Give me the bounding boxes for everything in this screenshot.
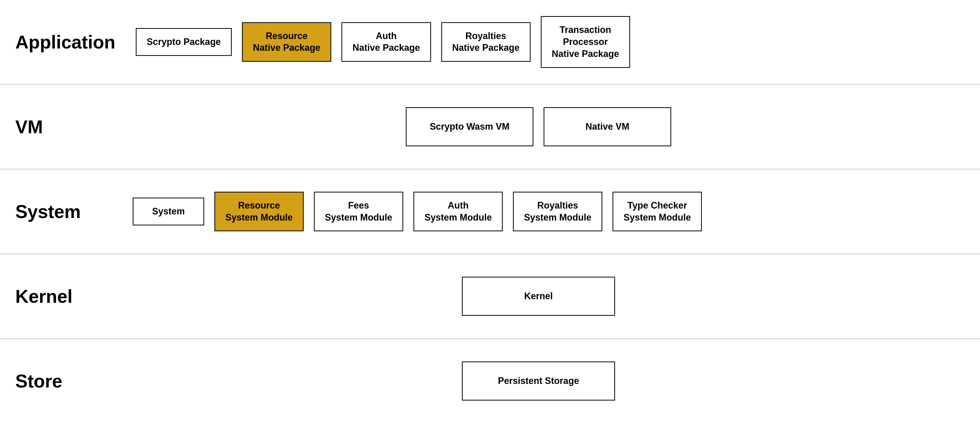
kernel-layer: Kernel Kernel [0,254,980,339]
system-layer: System System ResourceSystem Module Fees… [0,170,980,254]
auth-system-module-box: AuthSystem Module [414,192,503,232]
vm-content: Scrypto Wasm VM Native VM [112,107,965,146]
store-layer: Store Persistent Storage [0,339,980,423]
store-label: Store [15,371,112,391]
fees-system-module-box: FeesSystem Module [314,192,403,232]
persistent-storage-box: Persistent Storage [462,361,615,401]
transaction-processor-native-package-box: TransactionProcessorNative Package [541,16,630,68]
kernel-box: Kernel [462,277,615,316]
scrypto-package-box: Scrypto Package [136,28,232,56]
system-box: System [133,197,204,226]
application-layer: Application Scrypto Package ResourceNati… [0,0,980,85]
application-content: Scrypto Package ResourceNative Package A… [115,16,965,68]
kernel-label: Kernel [15,286,112,307]
auth-native-package-box: AuthNative Package [342,22,431,62]
royalties-native-package-box: RoyaltiesNative Package [441,22,531,62]
native-vm-box: Native VM [544,107,671,146]
store-content: Persistent Storage [112,361,965,401]
application-label: Application [15,32,115,52]
vm-label: VM [15,116,112,137]
type-checker-system-module-box: Type CheckerSystem Module [612,192,702,232]
system-label: System [15,201,112,222]
scrypto-wasm-vm-box: Scrypto Wasm VM [406,107,533,146]
vm-layer: VM Scrypto Wasm VM Native VM [0,85,980,170]
kernel-content: Kernel [112,277,965,316]
resource-system-module-box: ResourceSystem Module [215,192,304,232]
royalties-system-module-box: RoyaltiesSystem Module [513,192,602,232]
system-content: System ResourceSystem Module FeesSystem … [112,192,965,232]
resource-native-package-box: ResourceNative Package [242,22,331,62]
architecture-diagram: Application Scrypto Package ResourceNati… [0,0,980,423]
